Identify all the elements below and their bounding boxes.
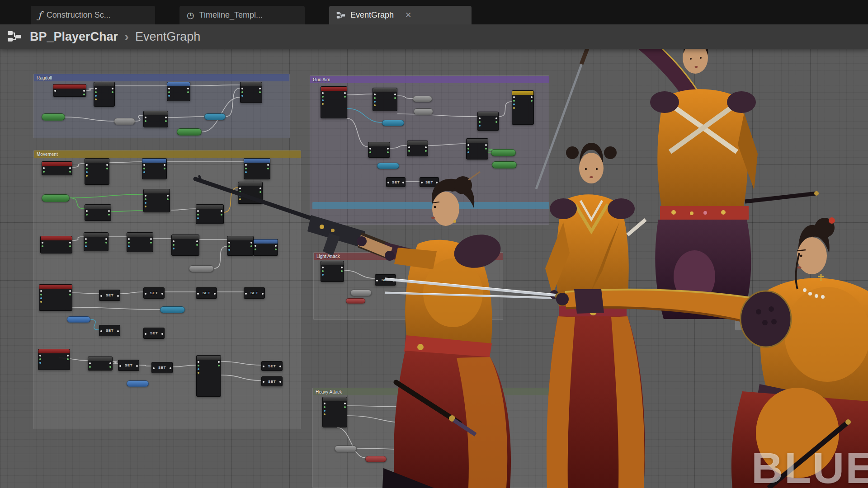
blueprint-node-red[interactable]	[40, 236, 72, 253]
blueprint-node-dark[interactable]	[407, 141, 428, 156]
blueprint-node-dark[interactable]	[432, 446, 454, 460]
blueprint-node-set[interactable]: SET	[411, 419, 433, 429]
blueprint-node-dark[interactable]	[240, 82, 262, 103]
node-header	[433, 446, 454, 450]
blueprint-node-pill-gray[interactable]	[189, 265, 214, 272]
node-header	[85, 159, 109, 163]
blueprint-node-pill-blue[interactable]	[67, 316, 90, 323]
tab-label: Construction Sc...	[47, 10, 111, 20]
node-header	[244, 159, 270, 163]
blueprint-node-dark[interactable]	[196, 204, 224, 224]
blueprint-node-pill-teal[interactable]	[377, 163, 399, 169]
blueprint-node-pill-teal[interactable]	[160, 306, 185, 313]
blueprint-node-blue[interactable]	[167, 82, 190, 101]
blueprint-node-dark[interactable]	[477, 112, 499, 131]
comment-heavy-attack[interactable]: Heavy Attack	[312, 388, 557, 488]
node-header	[323, 397, 347, 401]
blueprint-node-set[interactable]: SET	[375, 274, 396, 286]
node-header	[512, 91, 533, 95]
blueprint-node-dark[interactable]	[368, 142, 390, 158]
blueprint-node-red[interactable]	[42, 161, 72, 175]
blueprint-node-yellow[interactable]	[512, 90, 534, 125]
blueprint-node-pill-teal[interactable]	[382, 120, 404, 126]
blueprint-node-pill-red[interactable]	[365, 456, 387, 462]
tab-construction-script[interactable]: ƒ Construction Sc...	[31, 6, 155, 24]
blueprint-node-pill-blue[interactable]	[127, 380, 149, 387]
blueprint-node-dark[interactable]	[84, 232, 108, 251]
tab-timeline-template[interactable]: ◷ Timeline_Templ...	[179, 6, 305, 24]
tab-bar: ƒ Construction Sc... ◷ Timeline_Templ...…	[0, 0, 868, 24]
blueprint-node-set[interactable]: SET	[420, 177, 439, 187]
blueprint-node-pill-green[interactable]	[177, 128, 202, 136]
node-header	[172, 235, 199, 239]
blueprint-node-dark[interactable]	[171, 235, 199, 256]
blueprint-node-set[interactable]: SET	[386, 177, 406, 187]
blueprint-node-set[interactable]: SET	[118, 360, 139, 371]
blueprint-node-dark[interactable]	[238, 182, 263, 204]
node-header	[88, 357, 112, 361]
timeline-icon: ◷	[187, 10, 194, 20]
blueprint-node-set[interactable]: SET	[143, 328, 165, 339]
blueprint-node-set[interactable]: SET	[151, 362, 173, 373]
blueprint-node-dark[interactable]	[85, 204, 111, 221]
tab-eventgraph[interactable]: EventGraph ✕	[329, 6, 472, 24]
blueprint-node-set[interactable]: SET	[261, 376, 283, 386]
breadcrumb-root[interactable]: BP_PlayerChar	[30, 30, 118, 44]
blueprint-node-pill-green[interactable]	[42, 113, 65, 121]
blueprint-node-pill-gray[interactable]	[114, 118, 135, 125]
blueprint-node-set[interactable]: SET	[143, 287, 165, 299]
breadcrumb-current: EventGraph	[135, 30, 200, 44]
blueprint-node-pill-gray[interactable]	[335, 446, 357, 452]
blueprint-node-dark[interactable]	[466, 138, 488, 160]
blueprint-node-pill-gray[interactable]	[414, 108, 433, 115]
node-header	[142, 159, 166, 163]
blueprint-node-dark[interactable]	[373, 88, 397, 111]
blueprint-node-set[interactable]: SET	[196, 287, 217, 299]
node-header	[144, 111, 168, 115]
node-header	[41, 236, 72, 240]
blueprint-node-set[interactable]: SET	[244, 287, 265, 299]
blueprint-node-red[interactable]	[321, 86, 347, 118]
blueprint-node-pill-gray[interactable]	[350, 290, 372, 296]
blueprint-node-blue[interactable]	[244, 158, 270, 179]
comment-title: Gun Aim	[310, 76, 549, 83]
node-header	[241, 82, 262, 86]
unreal-blueprint-editor: { "tabs": [ {"label": "Construction Sc..…	[0, 0, 868, 488]
blueprint-node-dark[interactable]	[94, 82, 115, 107]
blueprint-node-red[interactable]	[53, 84, 86, 97]
node-header	[401, 403, 425, 407]
blueprint-node-dark[interactable]	[143, 111, 168, 127]
node-header	[368, 142, 390, 146]
blueprint-node-dark[interactable]	[321, 261, 344, 282]
blueprint-node-pill-green[interactable]	[42, 194, 70, 202]
blueprint-node-set[interactable]: SET	[99, 290, 120, 301]
blueprint-node-pill-green[interactable]	[492, 161, 517, 169]
blueprint-node-blue[interactable]	[253, 239, 278, 256]
blueprint-node-red[interactable]	[38, 349, 70, 370]
node-header	[167, 82, 190, 86]
blueprint-node-set[interactable]: SET	[99, 325, 120, 336]
blueprint-node-dark[interactable]	[322, 397, 347, 427]
watermark-text: BLUEP	[751, 443, 868, 488]
chevron-right-icon: ›	[124, 29, 129, 44]
node-header	[197, 356, 221, 360]
blueprint-node-red[interactable]	[39, 284, 72, 311]
blueprint-node-dark[interactable]	[127, 232, 153, 252]
blueprint-node-dark[interactable]	[88, 357, 113, 371]
close-icon[interactable]: ✕	[405, 10, 411, 20]
node-header	[94, 82, 114, 86]
graph-strip	[735, 315, 868, 330]
blueprint-node-blue[interactable]	[142, 158, 167, 179]
blueprint-node-set[interactable]: SET	[261, 361, 283, 371]
blueprint-node-pill-green[interactable]	[491, 149, 516, 156]
blueprint-node-dark[interactable]	[85, 158, 109, 185]
blueprint-node-pill-gray[interactable]	[413, 96, 432, 102]
comment-title: Light Attack	[314, 253, 503, 260]
blueprint-node-pill-teal[interactable]	[204, 113, 226, 120]
blueprint-node-dark[interactable]	[227, 236, 254, 256]
node-header	[238, 182, 262, 186]
blueprint-node-dark[interactable]	[143, 189, 170, 212]
blueprint-node-pill-red[interactable]	[346, 298, 365, 304]
blueprint-node-dark[interactable]	[401, 402, 425, 418]
blueprint-node-dark[interactable]	[196, 355, 221, 397]
